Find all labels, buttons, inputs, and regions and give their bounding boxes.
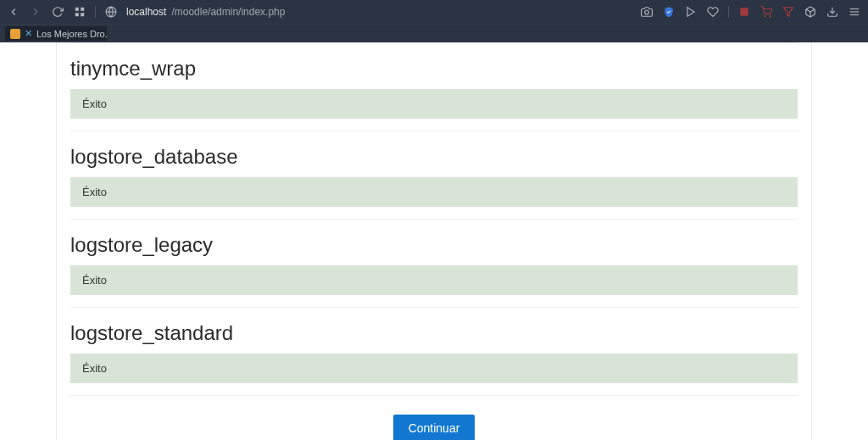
toolbar-divider xyxy=(728,6,729,18)
back-icon[interactable] xyxy=(7,5,20,19)
status-badge: Éxito xyxy=(70,177,798,207)
cube-icon[interactable] xyxy=(804,5,817,19)
browser-toolbar: localhost/moodle/admin/index.php xyxy=(0,0,868,24)
toolbar-right xyxy=(640,5,861,19)
status-badge: Éxito xyxy=(70,89,798,119)
heart-icon[interactable] xyxy=(706,5,720,19)
toolbar-left: localhost/moodle/admin/index.php xyxy=(7,5,285,19)
svg-rect-2 xyxy=(75,13,79,16)
svg-rect-0 xyxy=(75,8,79,11)
extension-filter-icon[interactable] xyxy=(782,5,795,19)
globe-icon xyxy=(104,5,118,19)
svg-marker-11 xyxy=(783,8,793,17)
section-title: tinymce_wrap xyxy=(70,57,798,81)
status-badge: Éxito xyxy=(70,265,798,295)
svg-point-9 xyxy=(765,16,765,17)
tab-title: Los Mejores Dro... xyxy=(36,29,107,39)
page-body: tinymce_wrap Éxito logstore_database Éxi… xyxy=(0,42,868,440)
tab-strip: ✕ Los Mejores Dro... xyxy=(0,24,868,42)
play-icon[interactable] xyxy=(684,5,698,19)
button-row: Continuar xyxy=(70,396,798,440)
camera-icon[interactable] xyxy=(640,5,654,19)
reload-icon[interactable] xyxy=(51,5,64,19)
section-title: logstore_legacy xyxy=(70,233,798,257)
svg-point-6 xyxy=(645,10,649,14)
svg-marker-7 xyxy=(687,8,694,17)
extension-cart-icon[interactable] xyxy=(760,5,773,19)
address-bar[interactable]: localhost/moodle/admin/index.php xyxy=(126,6,285,18)
install-section: logstore_standard Éxito xyxy=(70,308,798,383)
section-title: logstore_database xyxy=(70,145,798,169)
svg-point-10 xyxy=(770,16,771,17)
forward-icon[interactable] xyxy=(29,5,42,19)
browser-tab[interactable]: ✕ Los Mejores Dro... xyxy=(5,26,107,41)
extension-blocker-icon[interactable] xyxy=(737,5,751,19)
menu-icon[interactable] xyxy=(848,5,861,19)
download-icon[interactable] xyxy=(826,5,839,19)
url-path: /moodle/admin/index.php xyxy=(171,6,285,18)
section-title: logstore_standard xyxy=(70,321,798,345)
install-section: tinymce_wrap Éxito xyxy=(70,43,798,119)
url-host: localhost xyxy=(126,6,166,18)
favicon-icon xyxy=(10,29,20,39)
content-card: tinymce_wrap Éxito logstore_database Éxi… xyxy=(56,42,812,440)
continue-button[interactable]: Continuar xyxy=(393,415,476,440)
status-badge: Éxito xyxy=(70,354,798,383)
shield-check-icon[interactable] xyxy=(662,5,676,19)
install-section: logstore_legacy Éxito xyxy=(70,220,798,295)
apps-icon[interactable] xyxy=(73,5,86,19)
svg-rect-3 xyxy=(81,13,84,16)
svg-rect-8 xyxy=(740,8,748,15)
toolbar-divider xyxy=(95,6,96,18)
install-section: logstore_database Éxito xyxy=(70,131,798,207)
svg-rect-1 xyxy=(81,8,84,11)
